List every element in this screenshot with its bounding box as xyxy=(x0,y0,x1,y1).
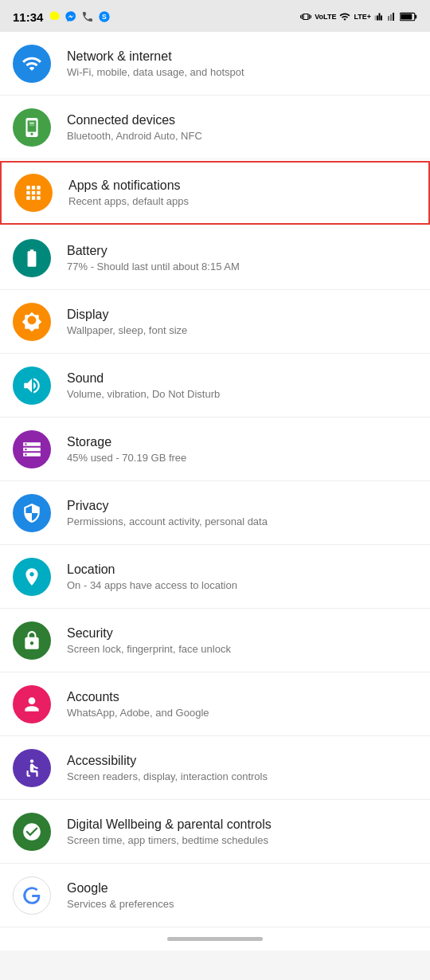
icon-google xyxy=(13,876,51,915)
status-notif-icons: S xyxy=(48,10,111,23)
item-subtitle-sound: Volume, vibration, Do Not Disturb xyxy=(67,388,220,400)
item-text-storage: Storage 45% used - 70.19 GB free xyxy=(67,435,186,464)
icon-security xyxy=(13,621,51,660)
item-text-location: Location On - 34 apps have access to loc… xyxy=(67,563,237,591)
item-title-privacy: Privacy xyxy=(67,499,268,513)
bottom-pill xyxy=(167,937,263,941)
item-text-display: Display Wallpaper, sleep, font size xyxy=(67,308,187,336)
status-time: 11:34 xyxy=(13,10,43,24)
signal-icon-1 xyxy=(374,11,384,22)
item-subtitle-google: Services & preferences xyxy=(67,898,174,910)
item-text-digitalwellbeing: Digital Wellbeing & parental controls Sc… xyxy=(67,817,272,846)
item-title-storage: Storage xyxy=(67,435,186,449)
item-subtitle-security: Screen lock, fingerprint, face unlock xyxy=(67,643,231,655)
item-subtitle-battery: 77% - Should last until about 8:15 AM xyxy=(67,261,240,272)
icon-privacy xyxy=(13,494,51,532)
settings-item-location[interactable]: Location On - 34 apps have access to loc… xyxy=(0,545,430,609)
messenger-icon xyxy=(64,10,77,23)
item-text-accounts: Accounts WhatsApp, Adobe, and Google xyxy=(67,690,209,719)
settings-item-display[interactable]: Display Wallpaper, sleep, font size xyxy=(0,290,430,354)
item-subtitle-location: On - 34 apps have access to location xyxy=(67,579,237,591)
icon-accessibility xyxy=(13,749,51,787)
item-subtitle-apps: Recent apps, default apps xyxy=(68,195,189,207)
item-text-connected: Connected devices Bluetooth, Android Aut… xyxy=(67,113,202,142)
battery-icon xyxy=(400,11,417,22)
item-text-battery: Battery 77% - Should last until about 8:… xyxy=(67,244,240,272)
icon-apps xyxy=(14,174,53,212)
item-text-google: Google Services & preferences xyxy=(67,881,174,910)
item-title-network: Network & internet xyxy=(67,49,244,64)
item-title-security: Security xyxy=(67,626,231,641)
icon-storage xyxy=(13,430,51,468)
item-title-display: Display xyxy=(67,308,187,322)
volte-icon: VoLTE xyxy=(315,13,336,21)
icon-network xyxy=(13,45,51,83)
item-text-privacy: Privacy Permissions, account activity, p… xyxy=(67,499,268,527)
item-subtitle-connected: Bluetooth, Android Auto, NFC xyxy=(67,130,202,142)
item-text-apps: Apps & notifications Recent apps, defaul… xyxy=(68,178,189,207)
icon-battery xyxy=(13,239,51,277)
item-title-apps: Apps & notifications xyxy=(68,178,189,193)
svg-rect-4 xyxy=(415,15,416,19)
item-title-google: Google xyxy=(67,881,174,896)
phone-icon xyxy=(81,10,94,23)
settings-item-security[interactable]: Security Screen lock, fingerprint, face … xyxy=(0,609,430,672)
item-subtitle-storage: 45% used - 70.19 GB free xyxy=(67,452,186,464)
icon-sound xyxy=(13,367,51,405)
wifi-icon xyxy=(339,11,350,22)
item-subtitle-network: Wi-Fi, mobile, data usage, and hotspot xyxy=(67,66,244,78)
svg-point-7 xyxy=(30,759,33,762)
item-title-location: Location xyxy=(67,563,237,577)
item-text-security: Security Screen lock, fingerprint, face … xyxy=(67,626,231,655)
item-subtitle-digitalwellbeing: Screen time, app timers, bedtime schedul… xyxy=(67,834,272,846)
svg-rect-6 xyxy=(29,124,35,125)
status-bar: 11:34 S VoLTE LTE+ xyxy=(0,0,430,32)
settings-item-google[interactable]: Google Services & preferences xyxy=(0,864,430,927)
status-right-icons: VoLTE LTE+ xyxy=(300,11,417,22)
settings-item-storage[interactable]: Storage 45% used - 70.19 GB free xyxy=(0,417,430,481)
settings-item-battery[interactable]: Battery 77% - Should last until about 8:… xyxy=(0,226,430,290)
item-title-sound: Sound xyxy=(67,371,220,386)
settings-list: Network & internet Wi-Fi, mobile, data u… xyxy=(0,32,430,927)
item-subtitle-accessibility: Screen readers, display, interaction con… xyxy=(67,770,268,782)
settings-item-connected[interactable]: Connected devices Bluetooth, Android Aut… xyxy=(0,96,430,159)
settings-item-accounts[interactable]: Accounts WhatsApp, Adobe, and Google xyxy=(0,672,430,736)
signal-icon-2 xyxy=(387,11,397,22)
icon-digitalwellbeing xyxy=(13,813,51,851)
icon-accounts xyxy=(13,685,51,723)
svg-text:S: S xyxy=(102,13,107,21)
settings-item-apps[interactable]: Apps & notifications Recent apps, defaul… xyxy=(0,161,430,225)
vibrate-icon xyxy=(300,11,311,22)
item-subtitle-display: Wallpaper, sleep, font size xyxy=(67,324,187,336)
icon-connected xyxy=(13,108,51,147)
item-title-battery: Battery xyxy=(67,244,240,258)
shazam-icon: S xyxy=(98,10,111,23)
item-text-accessibility: Accessibility Screen readers, display, i… xyxy=(67,754,268,782)
item-title-connected: Connected devices xyxy=(67,113,202,127)
settings-item-network[interactable]: Network & internet Wi-Fi, mobile, data u… xyxy=(0,32,430,96)
settings-item-digitalwellbeing[interactable]: Digital Wellbeing & parental controls Sc… xyxy=(0,800,430,864)
settings-item-sound[interactable]: Sound Volume, vibration, Do Not Disturb xyxy=(0,354,430,417)
item-subtitle-privacy: Permissions, account activity, personal … xyxy=(67,515,268,527)
item-subtitle-accounts: WhatsApp, Adobe, and Google xyxy=(67,707,209,719)
item-text-sound: Sound Volume, vibration, Do Not Disturb xyxy=(67,371,220,400)
status-left: 11:34 S xyxy=(13,10,111,24)
icon-location xyxy=(13,558,51,596)
item-text-network: Network & internet Wi-Fi, mobile, data u… xyxy=(67,49,244,78)
item-title-accounts: Accounts xyxy=(67,690,209,704)
settings-item-accessibility[interactable]: Accessibility Screen readers, display, i… xyxy=(0,736,430,800)
svg-rect-5 xyxy=(29,122,35,123)
settings-item-privacy[interactable]: Privacy Permissions, account activity, p… xyxy=(0,481,430,545)
svg-rect-3 xyxy=(401,14,412,19)
bottom-bar xyxy=(0,927,430,951)
item-title-accessibility: Accessibility xyxy=(67,754,268,768)
icon-display xyxy=(13,303,51,341)
lte-icon: LTE+ xyxy=(354,13,371,21)
item-title-digitalwellbeing: Digital Wellbeing & parental controls xyxy=(67,817,272,832)
snapchat-icon xyxy=(48,10,61,23)
